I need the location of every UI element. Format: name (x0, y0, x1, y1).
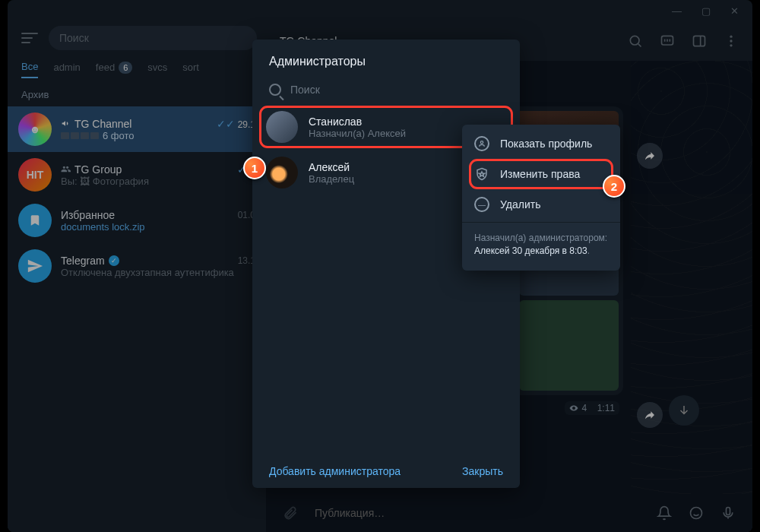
admin-name: Станислав (309, 116, 406, 128)
person-icon (474, 136, 489, 151)
ctx-remove[interactable]: — Удалить (462, 190, 620, 219)
admin-subtitle: Владелец (309, 173, 354, 185)
add-admin-button[interactable]: Добавить администратора (269, 465, 401, 477)
admin-name: Алексей (309, 161, 354, 173)
remove-icon: — (474, 197, 489, 212)
context-menu: Показать профиль Изменить права — Удалит… (462, 125, 620, 271)
dialog-title: Администраторы (252, 40, 520, 79)
divider (462, 222, 620, 223)
dialog-search-placeholder: Поиск (290, 84, 320, 96)
close-dialog-button[interactable]: Закрыть (462, 465, 503, 477)
shield-icon (474, 166, 489, 182)
ctx-info: Назначил(а) администратором: Алексей 30 … (462, 226, 620, 266)
dialog-search[interactable]: Поиск (252, 79, 520, 103)
callout-2: 2 (603, 175, 625, 198)
ctx-edit-rights[interactable]: Изменить права (470, 160, 613, 188)
avatar (266, 111, 298, 143)
ctx-show-profile[interactable]: Показать профиль (462, 129, 620, 158)
svg-point-8 (480, 141, 483, 144)
admin-subtitle: Назначил(а) Алексей (309, 128, 406, 139)
search-icon (269, 84, 281, 96)
callout-1: 1 (243, 157, 266, 179)
app-window: — ▢ ✕ Поиск Все admin feed6 svcs sort Ар… (8, 0, 752, 532)
avatar (266, 157, 298, 188)
dialog-footer: Добавить администратора Закрыть (252, 454, 520, 488)
